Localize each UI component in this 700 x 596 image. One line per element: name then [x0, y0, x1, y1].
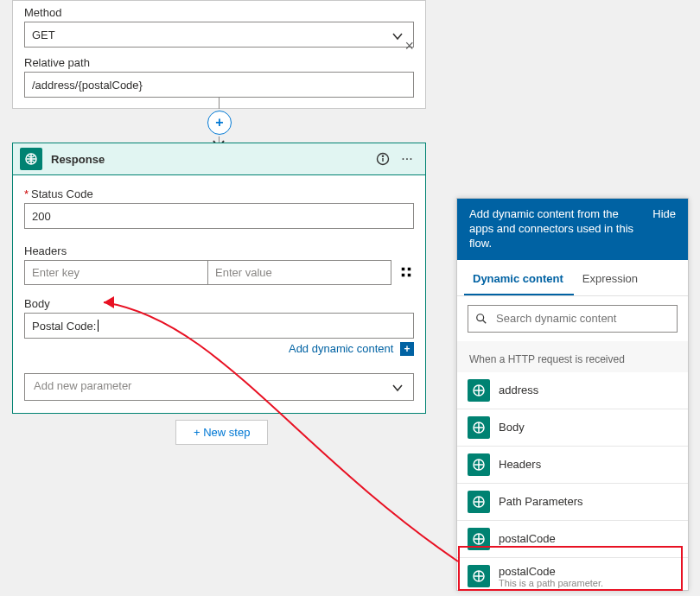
add-new-parameter-placeholder: Add new parameter [34, 379, 131, 392]
dynamic-search-wrap [457, 296, 688, 341]
dynamic-search[interactable] [468, 305, 678, 333]
method-label: Method [24, 6, 414, 19]
method-row: Method × GET [24, 6, 414, 48]
headers-key-input[interactable]: Enter key [25, 261, 207, 284]
chevron-down-icon [391, 381, 404, 397]
relpath-input[interactable]: /address/{postalCode} [24, 72, 414, 98]
add-dynamic-content-plus-icon[interactable]: + [400, 342, 414, 356]
svg-rect-5 [408, 268, 411, 271]
insert-step-button[interactable]: + [207, 111, 232, 135]
response-title: Response [51, 153, 368, 166]
more-icon[interactable]: ··· [398, 149, 417, 168]
globe-icon [468, 528, 490, 550]
panel-pointer [456, 317, 457, 338]
response-icon [20, 148, 42, 170]
dynamic-item-path-parameters[interactable]: Path Parameters [457, 484, 688, 521]
headers-row: Enter key Enter value [24, 260, 391, 285]
response-header[interactable]: Response ··· [13, 143, 425, 175]
method-select[interactable]: GET [24, 22, 414, 48]
text-cursor [98, 320, 99, 332]
dynamic-item-headers[interactable]: Headers [457, 447, 688, 484]
body-value: Postal Code: [32, 320, 96, 333]
dynamic-panel-header-text: Add dynamic content from the apps and co… [469, 207, 642, 251]
globe-icon [468, 416, 490, 439]
svg-rect-4 [402, 268, 405, 271]
globe-icon [468, 379, 490, 402]
relpath-row: Relative path × /address/{postalCode} [24, 56, 414, 98]
dynamic-search-input[interactable] [494, 311, 670, 326]
status-code-value: 200 [32, 210, 51, 223]
headers-mode-toggle[interactable] [398, 259, 414, 285]
response-body-section: *Status Code 200 Headers Enter key Enter… [13, 175, 425, 413]
tab-dynamic-content[interactable]: Dynamic content [464, 263, 574, 295]
svg-rect-6 [402, 274, 405, 277]
dynamic-item-body[interactable]: Body [457, 409, 688, 447]
body-input[interactable]: Postal Code: [24, 313, 414, 339]
close-icon[interactable]: × [404, 37, 414, 55]
new-step-button[interactable]: + New step [175, 420, 268, 445]
close-icon[interactable]: × [404, 0, 414, 5]
chevron-down-icon [391, 29, 404, 46]
add-dynamic-content-link[interactable]: Add dynamic content [289, 342, 393, 355]
dynamic-content-panel: Add dynamic content from the apps and co… [456, 198, 689, 591]
dynamic-panel-tabs: Dynamic content Expression [457, 260, 688, 296]
dynamic-item-postalcode[interactable]: postalCode [457, 521, 688, 558]
body-label: Body [24, 297, 414, 310]
dynamic-item-postalcode-path[interactable]: postalCode This is a path parameter. [457, 558, 688, 591]
add-dynamic-content-line: Add dynamic content + [24, 342, 414, 356]
http-request-card: Method × GET Relative path × /address/{p… [12, 0, 426, 109]
svg-line-9 [483, 320, 487, 323]
status-code-label: *Status Code [24, 187, 414, 200]
globe-icon [468, 491, 490, 513]
svg-point-8 [477, 314, 484, 320]
relpath-value: /address/{postalCode} [32, 79, 143, 92]
svg-point-3 [382, 155, 383, 156]
hide-link[interactable]: Hide [652, 207, 676, 222]
search-icon [475, 313, 487, 325]
dynamic-content-list[interactable]: When a HTTP request is received address … [457, 341, 688, 591]
info-icon[interactable] [373, 149, 392, 168]
dynamic-panel-header: Add dynamic content from the apps and co… [457, 199, 688, 260]
relpath-label: Relative path [24, 56, 414, 69]
status-code-input[interactable]: 200 [24, 203, 414, 229]
method-value: GET [32, 29, 55, 41]
add-new-parameter-select[interactable]: Add new parameter [24, 373, 414, 401]
dynamic-item-address[interactable]: address [457, 372, 688, 409]
connector: + [219, 97, 220, 144]
svg-rect-7 [408, 274, 411, 277]
response-card: Response ··· *Status Code 200 Headers En… [12, 143, 426, 414]
globe-icon [468, 453, 490, 476]
headers-value-input[interactable]: Enter value [207, 261, 391, 284]
headers-label: Headers [24, 244, 391, 257]
dynamic-group-title: When a HTTP request is received [457, 346, 688, 372]
tab-expression[interactable]: Expression [574, 263, 648, 295]
globe-icon [468, 565, 490, 587]
